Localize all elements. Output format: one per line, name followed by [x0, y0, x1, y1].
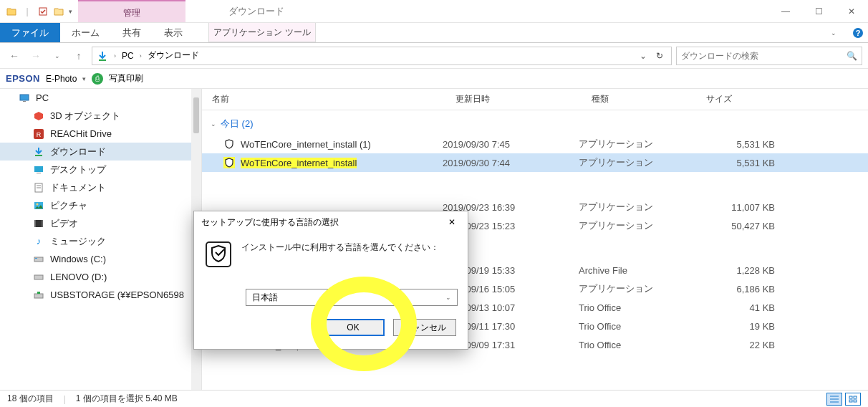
file-row[interactable]: WoTEnCore_internet_install 2019/09/30 7:… — [202, 153, 868, 172]
search-input[interactable] — [681, 51, 847, 61]
group-label: 今日 (2) — [221, 118, 254, 130]
nav-lenovo-d[interactable]: LENOVO (D:) — [0, 268, 201, 286]
col-name[interactable]: 名前 — [202, 93, 445, 105]
nav-label: 3D オブジェクト — [50, 110, 120, 123]
file-size: 50,427 KB — [693, 221, 868, 231]
close-button[interactable]: ✕ — [835, 0, 868, 23]
forward-button[interactable]: → — [27, 47, 44, 64]
contextual-group-label: 管理 — [78, 0, 185, 22]
documents-icon — [33, 182, 44, 193]
file-row[interactable]: WoTEnCore_internet_install (1) 2019/09/3… — [202, 135, 868, 153]
shield-icon — [223, 157, 235, 168]
reachit-icon: R — [33, 128, 44, 140]
chevron-down-icon[interactable]: ▾ — [82, 75, 86, 82]
nav-pictures[interactable]: ピクチャ — [0, 196, 201, 214]
help-icon[interactable]: ? — [848, 23, 868, 42]
language-select[interactable]: 日本語 ⌄ — [246, 289, 458, 306]
tab-application-tools[interactable]: アプリケーション ツール — [208, 23, 316, 42]
dialog-titlebar: セットアップに使用する言語の選択 ✕ — [194, 211, 468, 233]
qat-chevron-down-icon[interactable]: ▾ — [69, 8, 72, 15]
tab-file[interactable]: ファイル — [0, 23, 60, 42]
open-folder-icon[interactable] — [53, 6, 64, 17]
nav-windows-c[interactable]: Windows (C:) — [0, 250, 201, 268]
nav-label: ダウンロード — [50, 145, 106, 158]
refresh-icon[interactable]: ↻ — [652, 51, 667, 61]
network-drive-icon — [33, 289, 44, 301]
file-date: 2019/09/30 7:44 — [443, 158, 579, 168]
nav-downloads[interactable]: ダウンロード — [0, 143, 201, 161]
group-today[interactable]: ⌄ 今日 (2) — [202, 113, 868, 135]
nav-label: LENOVO (D:) — [50, 272, 107, 282]
col-type[interactable]: 種類 — [582, 93, 696, 105]
svg-rect-18 — [42, 220, 43, 227]
chevron-right-icon[interactable]: › — [140, 52, 142, 59]
downloads-icon — [33, 146, 44, 158]
breadcrumb-current[interactable]: ダウンロード — [148, 49, 199, 62]
col-size[interactable]: サイズ — [696, 93, 868, 105]
contextual-tabs: 管理 — [78, 0, 185, 22]
nav-reachit[interactable]: R REACHit Drive — [0, 125, 201, 143]
svg-rect-5 — [23, 101, 26, 102]
file-date: 2019/09/30 7:45 — [443, 139, 579, 150]
breadcrumb-pc[interactable]: PC — [122, 51, 134, 61]
cancel-button[interactable]: キャンセル — [393, 319, 456, 336]
file-type: Trio Office — [579, 340, 693, 350]
tab-home[interactable]: ホーム — [60, 23, 111, 42]
music-icon: ♪ — [33, 236, 44, 247]
nav-documents[interactable]: ドキュメント — [0, 178, 201, 196]
nav-usbstorage[interactable]: USBSTORAGE (¥¥EPSON6598 — [0, 286, 201, 304]
minimize-button[interactable]: — — [769, 0, 802, 23]
print-icon[interactable]: ⎙ — [92, 73, 103, 85]
svg-rect-31 — [849, 396, 852, 398]
address-chevron-down-icon[interactable]: ⌄ — [640, 51, 647, 61]
maximize-button[interactable]: ☐ — [802, 0, 835, 23]
icons-view-button[interactable] — [845, 393, 861, 406]
col-date[interactable]: 更新日時 — [445, 93, 582, 105]
svg-rect-22 — [34, 294, 43, 298]
dialog-message: インストール中に利用する言語を選んでください： — [241, 241, 439, 254]
file-size: 19 KB — [693, 321, 868, 332]
file-type: Trio Office — [579, 302, 693, 313]
nav-label: デスクトップ — [50, 163, 106, 176]
nav-videos[interactable]: ビデオ — [0, 214, 201, 232]
status-bar: 18 個の項目 | 1 個の項目を選択 5.40 MB — [0, 390, 868, 407]
svg-rect-3 — [99, 59, 106, 61]
svg-rect-17 — [34, 220, 36, 227]
file-type: アプリケーション — [579, 156, 693, 169]
tab-view[interactable]: 表示 — [153, 23, 194, 42]
recent-chevron-down-icon[interactable]: ⌄ — [49, 47, 66, 64]
nav-3d-objects[interactable]: 3D オブジェクト — [0, 107, 201, 125]
close-icon[interactable]: ✕ — [443, 214, 460, 231]
status-item-count: 18 個の項目 — [7, 393, 54, 405]
properties-icon[interactable] — [37, 6, 49, 17]
chevron-right-icon[interactable]: › — [114, 52, 116, 59]
search-box[interactable]: 🔍 — [676, 47, 862, 65]
file-type: アプリケーション — [579, 201, 693, 214]
nav-label: PC — [36, 92, 49, 103]
ribbon-chevron-down-icon[interactable]: ⌄ — [819, 23, 848, 42]
svg-text:R: R — [37, 131, 42, 138]
nav-desktop[interactable]: デスクトップ — [0, 161, 201, 178]
epson-ephoto[interactable]: E-Photo — [46, 74, 77, 84]
epson-print-label[interactable]: 写真印刷 — [109, 72, 143, 85]
videos-icon — [33, 218, 44, 229]
address-bar[interactable]: › PC › ダウンロード ⌄ ↻ — [92, 47, 672, 65]
details-view-button[interactable] — [826, 393, 842, 406]
search-icon[interactable]: 🔍 — [847, 51, 857, 61]
file-size: 22 KB — [693, 340, 868, 350]
nav-pc[interactable]: PC — [0, 89, 201, 107]
back-button[interactable]: ← — [6, 47, 23, 64]
up-button[interactable]: ↑ — [70, 47, 87, 64]
drive-icon — [33, 254, 44, 265]
svg-rect-21 — [34, 275, 43, 279]
window-title: ダウンロード — [185, 0, 769, 22]
file-size: 5,531 KB — [693, 158, 868, 168]
epson-toolbar: EPSON E-Photo ▾ ⎙ 写真印刷 — [0, 69, 868, 89]
ok-button[interactable]: OK — [322, 319, 385, 336]
file-type: アプリケーション — [579, 138, 693, 150]
nav-label: REACHit Drive — [50, 128, 112, 139]
selected-language: 日本語 — [252, 292, 278, 304]
nav-music[interactable]: ♪ ミュージック — [0, 232, 201, 250]
svg-rect-9 — [34, 166, 43, 172]
tab-share[interactable]: 共有 — [111, 23, 153, 42]
